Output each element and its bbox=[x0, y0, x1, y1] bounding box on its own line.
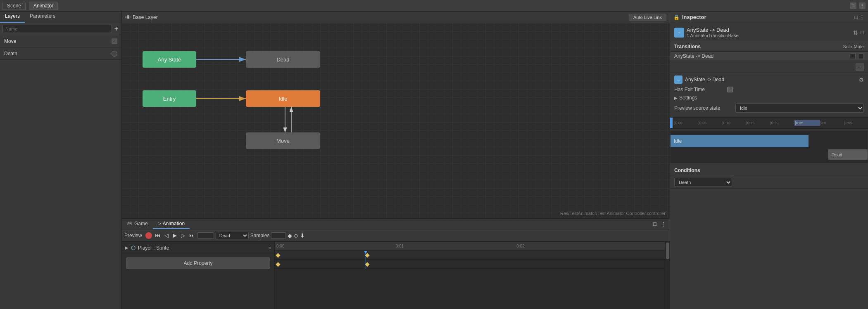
inspector-maximize[interactable]: □ bbox=[854, 14, 858, 20]
state-entry[interactable]: Entry bbox=[143, 90, 196, 107]
animator-grid: Any State Entry Dead Idle Move Res/TestA… bbox=[122, 23, 670, 218]
auto-live-btn[interactable]: Auto Live Link bbox=[629, 14, 666, 21]
keyframe-3[interactable] bbox=[276, 262, 280, 267]
maximize-btn[interactable]: □ bbox=[850, 2, 856, 9]
track-header[interactable]: ▶ ⬡ Player : Sprite × bbox=[122, 242, 274, 254]
condition-select[interactable]: Death bbox=[674, 178, 732, 187]
timeline-row-main bbox=[275, 251, 665, 260]
animation-controls: Preview ⏮ ◁ ▶ ▷ ⏭ 0 Dead Samples 12 ◆ ◇ … bbox=[122, 229, 670, 242]
anim-window-maximize[interactable]: □ bbox=[652, 220, 658, 228]
solo-checkbox[interactable] bbox=[850, 53, 856, 59]
add-param-btn[interactable]: + bbox=[114, 25, 119, 33]
diamond-btn-3[interactable]: ⬇ bbox=[300, 232, 305, 239]
has-exit-time-row: Has Exit Time bbox=[674, 85, 864, 94]
inspector-lock-icon: 🔒 bbox=[673, 14, 680, 20]
tab-animation[interactable]: ▷ Animation bbox=[153, 219, 190, 229]
clip-select[interactable]: Dead bbox=[216, 232, 249, 239]
transition-detail: → AnyState -> Dead ⚙ Has Exit Time ▶ Set… bbox=[670, 73, 868, 117]
state-bar-dead: Dead bbox=[828, 149, 868, 160]
param-item-move[interactable]: Move ✓ bbox=[0, 35, 121, 47]
remove-transition-btn[interactable]: − bbox=[856, 63, 864, 71]
record-btn[interactable] bbox=[145, 232, 152, 239]
insp-timeline-ruler: |0:00 |0:05 |0:10 |0:15 |0:20 |0:25 |0:0… bbox=[670, 117, 868, 129]
transition-detail-header: → AnyState -> Dead ⚙ bbox=[674, 75, 864, 84]
play-btn[interactable]: ▶ bbox=[171, 231, 178, 239]
mute-checkbox[interactable] bbox=[858, 53, 864, 59]
animator-toolbar: 👁 Base Layer Auto Live Link bbox=[122, 12, 670, 23]
preview-source-row: Preview source state Idle bbox=[674, 102, 864, 114]
transitions-header: Transitions Solo Mute bbox=[670, 42, 868, 52]
param-trigger-death[interactable] bbox=[112, 51, 117, 57]
breadcrumb: Base Layer bbox=[133, 14, 158, 20]
inspector-header: 🔒 Inspector □ ⋮ bbox=[670, 12, 868, 23]
diamond-btn-2[interactable]: ◇ bbox=[294, 232, 298, 239]
param-name-move: Move bbox=[4, 38, 108, 44]
minus-btn-row: − bbox=[670, 61, 868, 73]
preview-source-select[interactable]: Idle bbox=[735, 104, 864, 113]
frame-input[interactable]: 0 bbox=[197, 232, 214, 239]
tab-layers[interactable]: Layers bbox=[0, 12, 25, 23]
insp-transition-lock[interactable]: ⇅ bbox=[853, 29, 858, 36]
right-panel: 🔒 Inspector □ ⋮ → AnyState -> Dead 1 Ani… bbox=[670, 12, 868, 309]
scrollbar-thumb[interactable] bbox=[666, 243, 669, 259]
insp-transition-maximize[interactable]: □ bbox=[861, 29, 864, 35]
diamond-btn-1[interactable]: ◆ bbox=[288, 232, 292, 239]
tracks-container bbox=[275, 251, 665, 269]
transition-list-item[interactable]: AnyState -> Dead bbox=[670, 52, 868, 61]
track-icon: ⬡ bbox=[131, 245, 136, 251]
ruler-m3: |0:10 bbox=[722, 121, 746, 125]
transitions-label: Transitions bbox=[674, 44, 842, 50]
transition-subtitle: 1 AnimatorTransitionBase bbox=[687, 33, 851, 38]
keyframe-1[interactable] bbox=[276, 253, 280, 257]
has-exit-time-checkbox[interactable] bbox=[727, 87, 733, 92]
samples-label: Samples bbox=[250, 233, 270, 238]
ruler-m2: |0:05 bbox=[698, 121, 722, 125]
settings-expandable[interactable]: ▶ Settings bbox=[674, 94, 864, 102]
param-toggle-move[interactable]: ✓ bbox=[112, 38, 117, 44]
eye-btn[interactable]: 👁 bbox=[125, 14, 131, 21]
inspector-title: Inspector bbox=[682, 14, 706, 20]
gear-btn[interactable]: ⚙ bbox=[859, 77, 864, 83]
transitions-col-labels: Solo Mute bbox=[843, 44, 864, 49]
state-dead[interactable]: Dead bbox=[246, 51, 320, 68]
conditions-header: Conditions bbox=[670, 165, 868, 176]
inspector-window-btns: □ ⋮ bbox=[854, 14, 865, 20]
ruler-m7: |0:0 bbox=[820, 121, 844, 125]
state-any-state[interactable]: Any State bbox=[143, 51, 196, 68]
track-expand-arrow: ▶ bbox=[125, 245, 128, 250]
state-idle[interactable]: Idle bbox=[246, 90, 320, 107]
window-controls: □ ⋮ bbox=[850, 2, 866, 9]
track-name: Player : Sprite bbox=[138, 245, 169, 251]
search-input[interactable] bbox=[2, 25, 112, 33]
step-back-btn[interactable]: ◁ bbox=[163, 231, 170, 239]
anim-window-menu[interactable]: ⋮ bbox=[659, 220, 667, 228]
ruler-mark-2: 0:02 bbox=[516, 244, 524, 248]
tab-scene[interactable]: Scene bbox=[2, 2, 26, 10]
tab-parameters[interactable]: Parameters bbox=[25, 12, 60, 23]
arrows-svg bbox=[122, 23, 670, 218]
ruler-mark-0: 0:00 bbox=[276, 244, 284, 248]
step-fwd-btn[interactable]: ▷ bbox=[180, 231, 186, 239]
ruler-mark-1: 0:01 bbox=[396, 244, 404, 248]
settings-label: Settings bbox=[679, 95, 697, 101]
transition-title: AnyState -> Dead bbox=[687, 27, 851, 33]
transition-item-name: AnyState -> Dead bbox=[674, 53, 847, 59]
samples-input[interactable]: 12 bbox=[271, 232, 286, 239]
ruler-m1: |0:00 bbox=[674, 121, 698, 125]
state-bars-area: Idle Dead bbox=[670, 130, 868, 163]
scrollbar[interactable] bbox=[665, 242, 670, 309]
timeline-area: ▶ ⬡ Player : Sprite × Add Property 0:00 … bbox=[122, 242, 670, 309]
ruler-m4: |0:15 bbox=[746, 121, 770, 125]
go-to-end-btn[interactable]: ⏭ bbox=[188, 231, 196, 239]
add-property-btn[interactable]: Add Property bbox=[126, 257, 270, 269]
tab-game[interactable]: 🎮 Game bbox=[122, 219, 153, 229]
inspector-menu[interactable]: ⋮ bbox=[859, 14, 865, 20]
timeline-left: ▶ ⬡ Player : Sprite × Add Property bbox=[122, 242, 275, 309]
track-close[interactable]: × bbox=[269, 245, 271, 250]
menu-btn[interactable]: ⋮ bbox=[859, 2, 866, 9]
state-move[interactable]: Move bbox=[246, 132, 320, 149]
panel-search: + bbox=[0, 23, 121, 35]
go-to-start-btn[interactable]: ⏮ bbox=[154, 231, 162, 239]
tab-animator[interactable]: Animator bbox=[29, 2, 58, 10]
param-item-death[interactable]: Death bbox=[0, 47, 121, 60]
